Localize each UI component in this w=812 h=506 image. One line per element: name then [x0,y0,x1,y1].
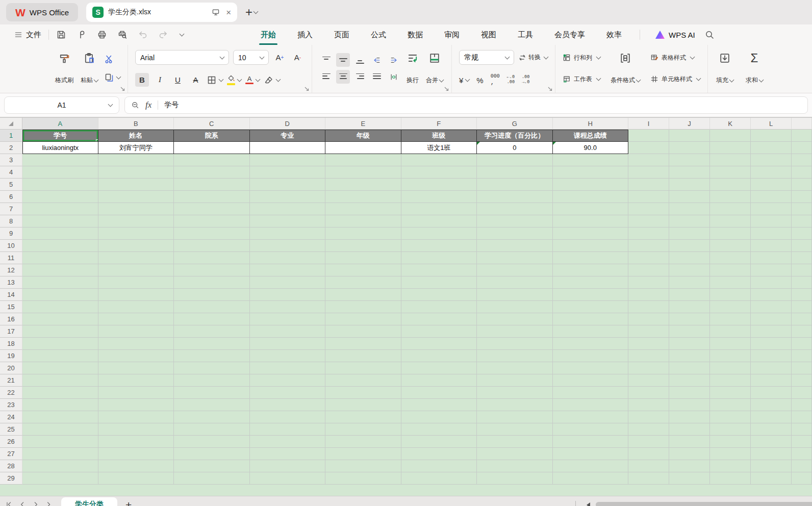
cell-C2[interactable] [174,142,250,154]
cell-E4[interactable] [325,166,401,179]
cell-A28[interactable] [22,460,98,472]
cell-I22[interactable] [628,387,669,399]
cell-E16[interactable] [325,313,401,325]
cell-K5[interactable] [710,179,751,191]
align-bottom-button[interactable] [353,53,367,67]
cell-I9[interactable] [628,227,669,240]
cell-F6[interactable] [401,191,477,203]
tab-list-chevron-icon[interactable] [253,9,259,14]
wrap-text-button[interactable]: 换行 [405,50,420,86]
cell-A13[interactable] [22,276,98,289]
cell-I2[interactable] [628,142,669,154]
cell-M29[interactable] [792,472,812,485]
cell-A6[interactable] [22,191,98,203]
save-icon[interactable] [56,30,66,40]
cell-J8[interactable] [669,215,710,227]
cell-H21[interactable] [553,374,629,387]
cell-K21[interactable] [710,374,751,387]
cell-H4[interactable] [553,166,629,179]
cell-L15[interactable] [751,301,792,313]
cell-D13[interactable] [250,276,326,289]
row-header-24[interactable]: 24 [0,411,22,423]
cell-J14[interactable] [669,289,710,301]
cell-M12[interactable] [792,264,812,276]
cell-A16[interactable] [22,313,98,325]
print-preview-icon[interactable] [117,30,128,40]
cell-L9[interactable] [751,227,792,240]
row-header-8[interactable]: 8 [0,215,22,227]
cell-C7[interactable] [174,203,250,215]
cell-L21[interactable] [751,374,792,387]
cell-A9[interactable] [22,227,98,240]
cell-M22[interactable] [792,387,812,399]
new-tab-button[interactable]: + [245,6,252,18]
cell-E19[interactable] [325,350,401,362]
cell-D3[interactable] [250,154,326,166]
align-left-button[interactable] [319,70,333,84]
cell-E23[interactable] [325,399,401,411]
cell-B22[interactable] [98,387,174,399]
cell-A14[interactable] [22,289,98,301]
cell-F23[interactable] [401,399,477,411]
document-tab[interactable]: S 学生分类.xlsx × [86,3,237,22]
rows-columns-button[interactable]: 行和列 [563,50,600,65]
fill-button[interactable]: 填充 [715,50,734,86]
cell-K7[interactable] [710,203,751,215]
worksheet-button[interactable]: 工作表 [563,71,600,87]
column-header-C[interactable]: C [174,118,250,130]
cell-M15[interactable] [792,301,812,313]
horizontal-scrollbar-thumb[interactable] [596,502,812,506]
italic-button[interactable]: I [153,73,167,87]
row-header-5[interactable]: 5 [0,179,22,191]
cell-K17[interactable] [710,325,751,338]
cell-K4[interactable] [710,166,751,179]
column-header-E[interactable]: E [325,118,401,130]
cell-G25[interactable] [477,423,553,436]
cell-C8[interactable] [174,215,250,227]
row-header-19[interactable]: 19 [0,350,22,362]
cell-K2[interactable] [710,142,751,154]
cell-H12[interactable] [553,264,629,276]
cell-H27[interactable] [553,448,629,460]
cell-L3[interactable] [751,154,792,166]
cell-C21[interactable] [174,374,250,387]
cell-D8[interactable] [250,215,326,227]
print-icon[interactable] [97,30,107,40]
cell-B3[interactable] [98,154,174,166]
font-dialog-launcher-icon[interactable] [304,87,309,91]
cell-L16[interactable] [751,313,792,325]
cell-E2[interactable] [325,142,401,154]
cell-H16[interactable] [553,313,629,325]
cell-H8[interactable] [553,215,629,227]
row-header-26[interactable]: 26 [0,436,22,448]
cell-D2[interactable] [250,142,326,154]
cell-L26[interactable] [751,436,792,448]
cell-J28[interactable] [669,460,710,472]
cell-F19[interactable] [401,350,477,362]
cell-I8[interactable] [628,215,669,227]
undo-icon[interactable] [138,30,148,40]
row-header-29[interactable]: 29 [0,472,22,485]
row-header-17[interactable]: 17 [0,325,22,338]
cell-H15[interactable] [553,301,629,313]
convert-button[interactable]: 转换 [518,53,548,62]
cell-M20[interactable] [792,362,812,374]
column-header-B[interactable]: B [98,118,174,130]
cell-M26[interactable] [792,436,812,448]
cell-D19[interactable] [250,350,326,362]
cell-F18[interactable] [401,338,477,350]
cell-A29[interactable] [22,472,98,485]
cell-K10[interactable] [710,240,751,252]
cell-E11[interactable] [325,252,401,264]
cell-F29[interactable] [401,472,477,485]
cell-K27[interactable] [710,448,751,460]
thousands-button[interactable]: 000, [491,73,500,87]
cell-A15[interactable] [22,301,98,313]
cell-C4[interactable] [174,166,250,179]
cell-H26[interactable] [553,436,629,448]
cell-F15[interactable] [401,301,477,313]
menu-tab-5[interactable]: 审阅 [434,26,470,44]
cell-F10[interactable] [401,240,477,252]
cell-J4[interactable] [669,166,710,179]
next-sheet-icon[interactable] [32,500,40,506]
